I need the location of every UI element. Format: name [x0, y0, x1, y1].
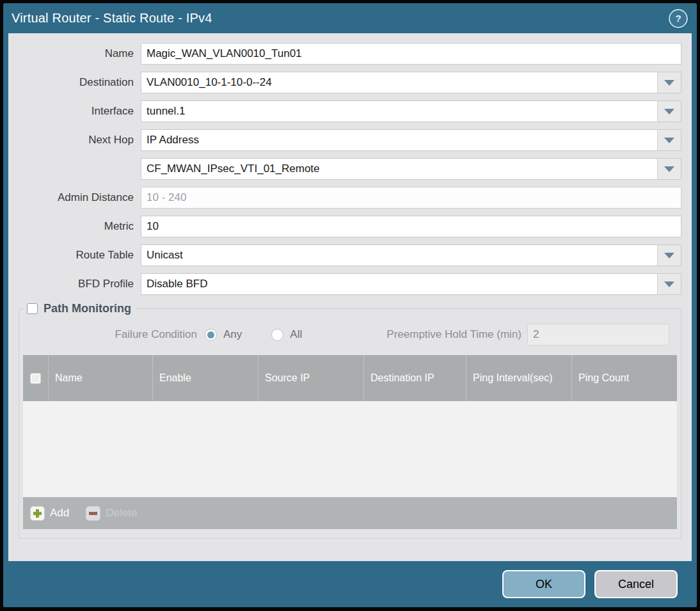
table-header-checkbox-cell [23, 355, 49, 401]
radio-all-label: All [290, 328, 302, 341]
form-row-route-table: Route Table Unicast [8, 244, 681, 266]
minus-icon [86, 506, 100, 521]
next-hop-type-value: IP Address [141, 130, 657, 150]
bfd-profile-dropdown[interactable]: Disable BFD [141, 273, 681, 295]
interface-dropdown-button[interactable] [657, 101, 681, 122]
form-row-next-hop-address: CF_MWAN_IPsec_VTI_01_Remote [8, 158, 681, 180]
route-table-dropdown-button[interactable] [657, 245, 681, 266]
bfd-profile-value: Disable BFD [141, 274, 657, 294]
name-label: Name [8, 47, 141, 60]
dialog-title: Virtual Router - Static Route - IPv4 [12, 11, 669, 26]
destination-dropdown-button[interactable] [657, 72, 681, 93]
chevron-down-icon [664, 80, 674, 86]
admin-distance-field-wrap [141, 187, 681, 209]
dialog-footer: OK Cancel [3, 561, 697, 607]
admin-distance-input[interactable] [141, 187, 681, 208]
interface-value: tunnel.1 [141, 101, 657, 122]
delete-button-label: Delete [106, 507, 137, 520]
destination-label: Destination [8, 76, 141, 89]
form-row-metric: Metric [8, 216, 681, 237]
plus-icon [30, 506, 45, 521]
add-button[interactable]: Add [30, 506, 69, 521]
form-row-interface: Interface tunnel.1 [8, 100, 681, 122]
metric-label: Metric [8, 220, 141, 233]
column-header-ping-count[interactable]: Ping Count [572, 355, 677, 401]
form-row-next-hop: Next Hop IP Address [8, 129, 681, 151]
route-table-label: Route Table [8, 249, 141, 262]
table-body-empty [23, 401, 677, 497]
ok-button[interactable]: OK [502, 570, 585, 598]
chevron-down-icon [664, 253, 674, 258]
interface-label: Interface [8, 105, 141, 118]
dialog-content: Name Destination VLAN0010_10-1-10-0--24 [8, 33, 692, 561]
cancel-button[interactable]: Cancel [594, 570, 678, 598]
dialog-window: Virtual Router - Static Route - IPv4 ? N… [0, 0, 700, 611]
form-row-admin-distance: Admin Distance [8, 187, 681, 209]
preemptive-hold-time-label: Preemptive Hold Time (min) [386, 328, 521, 341]
route-table-dropdown[interactable]: Unicast [141, 244, 681, 266]
failure-condition-row: Failure Condition Any All Preemptive Hol… [23, 323, 669, 346]
column-header-destination-ip[interactable]: Destination IP [364, 355, 466, 401]
column-header-source-ip[interactable]: Source IP [259, 355, 364, 401]
chevron-down-icon [664, 166, 674, 172]
select-all-checkbox[interactable] [30, 373, 41, 384]
dialog-titlebar: Virtual Router - Static Route - IPv4 ? [3, 3, 697, 33]
interface-dropdown[interactable]: tunnel.1 [141, 100, 681, 122]
admin-distance-label: Admin Distance [8, 191, 141, 204]
chevron-down-icon [664, 282, 674, 287]
radio-selected-dot [207, 331, 214, 338]
path-monitoring-legend: Path Monitoring [24, 302, 136, 315]
destination-dropdown[interactable]: VLAN0010_10-1-10-0--24 [141, 72, 681, 93]
column-header-name[interactable]: Name [49, 355, 153, 401]
path-monitoring-section: Path Monitoring Failure Condition Any Al… [19, 302, 681, 539]
table-toolbar: Add Delete [23, 497, 677, 529]
name-input[interactable] [141, 44, 681, 64]
radio-any[interactable] [205, 329, 217, 341]
path-monitoring-checkbox[interactable] [27, 303, 38, 314]
add-button-label: Add [50, 507, 69, 520]
destination-value: VLAN0010_10-1-10-0--24 [141, 72, 657, 93]
column-header-enable[interactable]: Enable [153, 355, 259, 401]
bfd-profile-dropdown-button[interactable] [657, 274, 681, 294]
next-hop-address-dropdown[interactable]: CF_MWAN_IPsec_VTI_01_Remote [141, 158, 681, 180]
table-header-row: Name Enable Source IP Destination IP Pin… [23, 355, 677, 401]
next-hop-label: Next Hop [8, 134, 141, 147]
static-route-form: Name Destination VLAN0010_10-1-10-0--24 [8, 33, 692, 295]
chevron-down-icon [664, 138, 674, 143]
next-hop-dropdown-button[interactable] [657, 130, 681, 150]
name-field-wrap [141, 43, 681, 65]
metric-input[interactable] [141, 216, 681, 237]
bfd-profile-label: BFD Profile [8, 278, 141, 290]
chevron-down-icon [664, 109, 674, 115]
form-row-bfd-profile: BFD Profile Disable BFD [8, 273, 681, 295]
radio-all[interactable] [271, 329, 283, 341]
form-row-destination: Destination VLAN0010_10-1-10-0--24 [8, 72, 681, 93]
metric-field-wrap [141, 216, 681, 237]
failure-condition-label: Failure Condition [23, 328, 205, 341]
next-hop-address-dropdown-button[interactable] [657, 159, 681, 179]
next-hop-address-value: CF_MWAN_IPsec_VTI_01_Remote [141, 159, 657, 179]
route-table-value: Unicast [141, 245, 657, 266]
preemptive-hold-time-input[interactable] [527, 324, 669, 345]
column-header-ping-interval[interactable]: Ping Interval(sec) [466, 355, 572, 401]
radio-any-label: Any [223, 328, 242, 341]
path-monitoring-table: Name Enable Source IP Destination IP Pin… [23, 355, 677, 529]
help-icon[interactable]: ? [669, 9, 688, 28]
form-row-name: Name [8, 43, 681, 65]
path-monitoring-title: Path Monitoring [44, 302, 131, 315]
next-hop-type-dropdown[interactable]: IP Address [141, 129, 681, 151]
dialog-frame: Virtual Router - Static Route - IPv4 ? N… [3, 3, 697, 607]
delete-button[interactable]: Delete [86, 506, 137, 521]
